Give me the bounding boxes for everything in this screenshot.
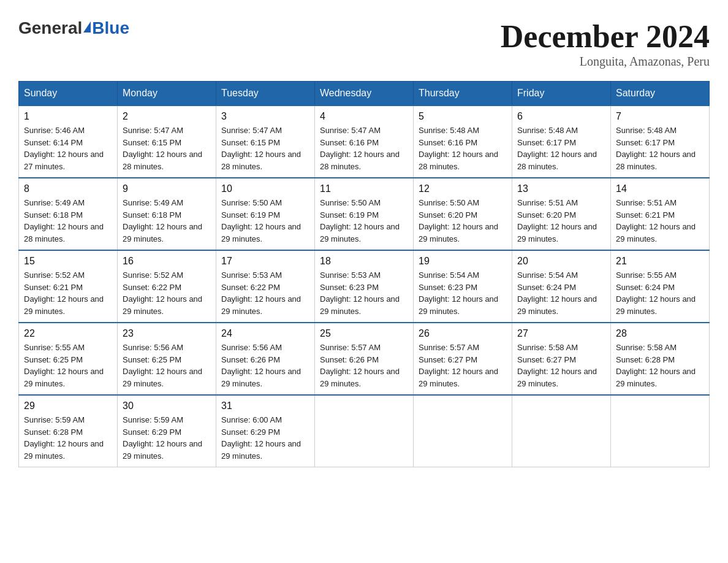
col-monday: Monday [118, 82, 216, 106]
table-row: 11 Sunrise: 5:50 AM Sunset: 6:19 PM Dayl… [315, 178, 414, 250]
day-info: Sunrise: 5:59 AM Sunset: 6:29 PM Dayligh… [123, 414, 211, 462]
day-number: 10 [221, 183, 309, 194]
table-row [315, 395, 414, 467]
table-row: 18 Sunrise: 5:53 AM Sunset: 6:23 PM Dayl… [315, 250, 414, 323]
title-section: December 2024 Longuita, Amazonas, Peru [501, 18, 710, 69]
col-sunday: Sunday [19, 82, 118, 106]
table-row: 3 Sunrise: 5:47 AM Sunset: 6:15 PM Dayli… [216, 105, 315, 178]
day-number: 11 [320, 183, 408, 194]
day-number: 14 [616, 183, 704, 194]
day-info: Sunrise: 5:50 AM Sunset: 6:20 PM Dayligh… [419, 197, 507, 245]
table-row: 17 Sunrise: 5:53 AM Sunset: 6:22 PM Dayl… [216, 250, 315, 323]
table-row: 28 Sunrise: 5:58 AM Sunset: 6:28 PM Dayl… [611, 323, 710, 395]
day-number: 20 [517, 256, 605, 267]
day-info: Sunrise: 5:51 AM Sunset: 6:20 PM Dayligh… [517, 197, 605, 245]
table-row: 9 Sunrise: 5:49 AM Sunset: 6:18 PM Dayli… [118, 178, 216, 250]
day-info: Sunrise: 5:47 AM Sunset: 6:16 PM Dayligh… [320, 124, 408, 172]
calendar-header: Sunday Monday Tuesday Wednesday Thursday… [19, 82, 710, 106]
col-thursday: Thursday [414, 82, 512, 106]
day-number: 17 [221, 256, 309, 267]
table-row: 22 Sunrise: 5:55 AM Sunset: 6:25 PM Dayl… [19, 323, 118, 395]
day-number: 27 [517, 328, 605, 339]
day-number: 24 [221, 328, 309, 339]
col-wednesday: Wednesday [315, 82, 414, 106]
table-row: 19 Sunrise: 5:54 AM Sunset: 6:23 PM Dayl… [414, 250, 512, 323]
table-row [414, 395, 512, 467]
col-friday: Friday [512, 82, 611, 106]
day-number: 22 [24, 328, 112, 339]
table-row: 4 Sunrise: 5:47 AM Sunset: 6:16 PM Dayli… [315, 105, 414, 178]
table-row [611, 395, 710, 467]
day-number: 26 [419, 328, 507, 339]
day-number: 16 [123, 256, 211, 267]
day-info: Sunrise: 5:50 AM Sunset: 6:19 PM Dayligh… [221, 197, 309, 245]
day-number: 31 [221, 400, 309, 412]
table-row: 20 Sunrise: 5:54 AM Sunset: 6:24 PM Dayl… [512, 250, 611, 323]
table-row: 24 Sunrise: 5:56 AM Sunset: 6:26 PM Dayl… [216, 323, 315, 395]
day-number: 28 [616, 328, 704, 339]
table-row: 21 Sunrise: 5:55 AM Sunset: 6:24 PM Dayl… [611, 250, 710, 323]
table-row: 8 Sunrise: 5:49 AM Sunset: 6:18 PM Dayli… [19, 178, 118, 250]
table-row: 30 Sunrise: 5:59 AM Sunset: 6:29 PM Dayl… [118, 395, 216, 467]
table-row: 16 Sunrise: 5:52 AM Sunset: 6:22 PM Dayl… [118, 250, 216, 323]
day-number: 29 [24, 400, 112, 412]
day-info: Sunrise: 6:00 AM Sunset: 6:29 PM Dayligh… [221, 414, 309, 462]
logo-triangle-icon [83, 21, 91, 33]
day-number: 12 [419, 183, 507, 194]
month-title: December 2024 [501, 18, 710, 55]
day-number: 7 [616, 111, 704, 122]
table-row: 25 Sunrise: 5:57 AM Sunset: 6:26 PM Dayl… [315, 323, 414, 395]
day-number: 21 [616, 256, 704, 267]
day-number: 5 [419, 111, 507, 122]
day-info: Sunrise: 5:47 AM Sunset: 6:15 PM Dayligh… [221, 124, 309, 172]
table-row [512, 395, 611, 467]
day-number: 25 [320, 328, 408, 339]
table-row: 2 Sunrise: 5:47 AM Sunset: 6:15 PM Dayli… [118, 105, 216, 178]
table-row: 14 Sunrise: 5:51 AM Sunset: 6:21 PM Dayl… [611, 178, 710, 250]
day-number: 8 [24, 183, 112, 194]
day-info: Sunrise: 5:52 AM Sunset: 6:22 PM Dayligh… [123, 269, 211, 317]
day-info: Sunrise: 5:57 AM Sunset: 6:27 PM Dayligh… [419, 342, 507, 389]
table-row: 6 Sunrise: 5:48 AM Sunset: 6:17 PM Dayli… [512, 105, 611, 178]
table-row: 23 Sunrise: 5:56 AM Sunset: 6:25 PM Dayl… [118, 323, 216, 395]
day-number: 30 [123, 400, 211, 412]
table-row: 31 Sunrise: 6:00 AM Sunset: 6:29 PM Dayl… [216, 395, 315, 467]
day-number: 19 [419, 256, 507, 267]
day-number: 15 [24, 256, 112, 267]
day-info: Sunrise: 5:49 AM Sunset: 6:18 PM Dayligh… [123, 197, 211, 245]
table-row: 15 Sunrise: 5:52 AM Sunset: 6:21 PM Dayl… [19, 250, 118, 323]
day-info: Sunrise: 5:55 AM Sunset: 6:25 PM Dayligh… [24, 342, 112, 389]
day-info: Sunrise: 5:50 AM Sunset: 6:19 PM Dayligh… [320, 197, 408, 245]
location: Longuita, Amazonas, Peru [501, 55, 710, 69]
calendar-body: 1 Sunrise: 5:46 AM Sunset: 6:14 PM Dayli… [19, 105, 710, 467]
table-row: 1 Sunrise: 5:46 AM Sunset: 6:14 PM Dayli… [19, 105, 118, 178]
day-info: Sunrise: 5:51 AM Sunset: 6:21 PM Dayligh… [616, 197, 704, 245]
day-info: Sunrise: 5:48 AM Sunset: 6:16 PM Dayligh… [419, 124, 507, 172]
table-row: 27 Sunrise: 5:58 AM Sunset: 6:27 PM Dayl… [512, 323, 611, 395]
day-info: Sunrise: 5:54 AM Sunset: 6:24 PM Dayligh… [517, 269, 605, 317]
table-row: 29 Sunrise: 5:59 AM Sunset: 6:28 PM Dayl… [19, 395, 118, 467]
day-info: Sunrise: 5:55 AM Sunset: 6:24 PM Dayligh… [616, 269, 704, 317]
day-info: Sunrise: 5:58 AM Sunset: 6:27 PM Dayligh… [517, 342, 605, 389]
calendar-table: Sunday Monday Tuesday Wednesday Thursday… [18, 81, 710, 467]
day-info: Sunrise: 5:47 AM Sunset: 6:15 PM Dayligh… [123, 124, 211, 172]
table-row: 7 Sunrise: 5:48 AM Sunset: 6:17 PM Dayli… [611, 105, 710, 178]
col-tuesday: Tuesday [216, 82, 315, 106]
day-number: 13 [517, 183, 605, 194]
logo-blue-text: Blue [92, 18, 129, 38]
day-info: Sunrise: 5:58 AM Sunset: 6:28 PM Dayligh… [616, 342, 704, 389]
day-info: Sunrise: 5:52 AM Sunset: 6:21 PM Dayligh… [24, 269, 112, 317]
day-info: Sunrise: 5:53 AM Sunset: 6:23 PM Dayligh… [320, 269, 408, 317]
day-info: Sunrise: 5:54 AM Sunset: 6:23 PM Dayligh… [419, 269, 507, 317]
table-row: 10 Sunrise: 5:50 AM Sunset: 6:19 PM Dayl… [216, 178, 315, 250]
table-row: 26 Sunrise: 5:57 AM Sunset: 6:27 PM Dayl… [414, 323, 512, 395]
day-number: 23 [123, 328, 211, 339]
day-number: 4 [320, 111, 408, 122]
page-header: General Blue December 2024 Longuita, Ama… [18, 18, 710, 69]
logo: General Blue [18, 18, 129, 38]
table-row: 12 Sunrise: 5:50 AM Sunset: 6:20 PM Dayl… [414, 178, 512, 250]
day-info: Sunrise: 5:53 AM Sunset: 6:22 PM Dayligh… [221, 269, 309, 317]
day-info: Sunrise: 5:56 AM Sunset: 6:26 PM Dayligh… [221, 342, 309, 389]
day-info: Sunrise: 5:49 AM Sunset: 6:18 PM Dayligh… [24, 197, 112, 245]
day-info: Sunrise: 5:48 AM Sunset: 6:17 PM Dayligh… [616, 124, 704, 172]
